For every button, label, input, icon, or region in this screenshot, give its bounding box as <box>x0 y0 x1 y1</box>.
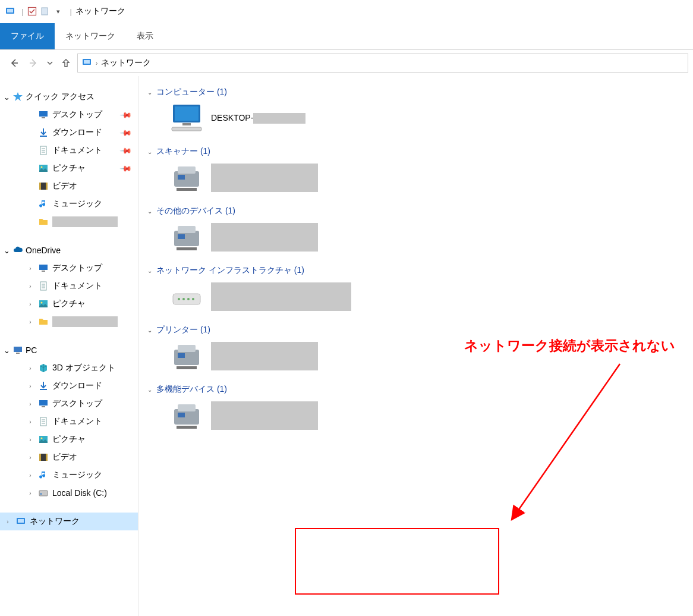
svg-rect-5 <box>84 60 90 64</box>
nav-back-button[interactable] <box>5 54 23 72</box>
ribbon-view-tab[interactable]: 表示 <box>126 23 164 49</box>
group-header-computer[interactable]: ⌄ コンピューター (1) <box>146 87 693 98</box>
tree-item-folder[interactable] <box>0 213 138 231</box>
tree-item-document[interactable]: ›ドキュメント <box>0 277 138 295</box>
redacted-text <box>211 164 318 192</box>
tree-item-music[interactable]: ›ミュージック <box>0 466 138 484</box>
chevron-right-icon[interactable]: › <box>26 472 34 479</box>
tree-item-download[interactable]: ダウンロード📌 <box>0 124 138 142</box>
chevron-down-icon[interactable]: ⌄ <box>146 268 154 274</box>
tree-item-desktop[interactable]: ›デスクトップ <box>0 395 138 413</box>
titlebar: | ▾ | ネットワーク <box>0 0 693 23</box>
navigation-tree[interactable]: ⌄ クイック アクセス デスクトップ📌ダウンロード📌ドキュメント📌ピクチャ📌ビデ… <box>0 76 138 616</box>
chevron-right-icon[interactable]: › <box>26 401 34 407</box>
tree-item-video[interactable]: ビデオ <box>0 177 138 195</box>
tree-item-pictures[interactable]: ›ピクチャ <box>0 295 138 313</box>
chevron-down-icon[interactable]: ⌄ <box>146 89 154 96</box>
nav-forward-button[interactable] <box>25 54 43 72</box>
chevron-right-icon[interactable]: › <box>26 319 34 325</box>
content-pane[interactable]: ⌄ コンピューター (1) DESKTOP- ⌄ スキャナー (1) <box>138 76 693 616</box>
svg-rect-40 <box>46 454 48 461</box>
svg-rect-29 <box>40 389 47 390</box>
network-item-infra[interactable] <box>146 279 693 325</box>
svg-rect-17 <box>39 183 41 190</box>
tree-item-folder[interactable]: › <box>0 313 138 331</box>
chevron-right-icon[interactable]: › <box>26 265 34 272</box>
tree-item-label: デスクトップ <box>52 263 102 274</box>
svg-rect-64 <box>178 353 185 358</box>
printer-device-icon <box>169 401 204 430</box>
network-item-scanner[interactable] <box>146 161 693 206</box>
address-bar[interactable]: › ネットワーク <box>77 54 688 73</box>
chevron-down-icon[interactable]: ⌄ <box>146 208 154 215</box>
group-header-multifunc[interactable]: ⌄ 多機能デバイス (1) <box>146 384 693 395</box>
tree-item-video[interactable]: ›ビデオ <box>0 448 138 466</box>
tree-onedrive[interactable]: ⌄ OneDrive <box>0 241 138 259</box>
chevron-down-icon[interactable]: ⌄ <box>146 327 154 334</box>
nav-recent-dropdown[interactable] <box>45 54 55 72</box>
breadcrumb-arrow-icon[interactable]: › <box>96 60 97 67</box>
tree-quick-access[interactable]: ⌄ クイック アクセス <box>0 88 138 106</box>
tree-item-document[interactable]: ›ドキュメント <box>0 413 138 430</box>
chevron-down-icon[interactable]: ⌄ <box>146 386 154 393</box>
group-header-infra[interactable]: ⌄ ネットワーク インフラストラクチャ (1) <box>146 265 693 276</box>
chevron-right-icon[interactable]: › <box>26 419 34 425</box>
tree-pc[interactable]: ⌄ PC <box>0 341 138 359</box>
tree-network[interactable]: › ネットワーク <box>0 513 138 530</box>
svg-rect-18 <box>46 183 48 190</box>
network-item-other[interactable] <box>146 220 693 265</box>
qat-newfolder-icon[interactable] <box>40 6 51 17</box>
computer-monitor-icon <box>169 103 204 133</box>
tree-item-music[interactable]: ミュージック <box>0 195 138 213</box>
qat-dropdown-icon[interactable]: ▾ <box>53 6 64 17</box>
chevron-right-icon[interactable]: › <box>26 454 34 461</box>
desktop-icon <box>38 398 49 409</box>
chevron-down-icon[interactable]: ⌄ <box>4 93 10 102</box>
tree-item-label: ビデオ <box>52 452 77 463</box>
svg-rect-42 <box>40 494 42 495</box>
group-label: その他のデバイス (1) <box>156 206 235 216</box>
tree-item-label: ピクチャ <box>52 434 86 445</box>
qat-properties-icon[interactable] <box>27 6 37 17</box>
group-label: ネットワーク インフラストラクチャ (1) <box>156 265 304 276</box>
chevron-right-icon[interactable]: › <box>26 365 34 372</box>
svg-rect-28 <box>16 353 20 354</box>
tree-item-3d[interactable]: ›3D オブジェクト <box>0 359 138 377</box>
chevron-down-icon[interactable]: ⌄ <box>146 149 154 155</box>
ribbon-network-tab[interactable]: ネットワーク <box>55 23 126 49</box>
tree-item-document[interactable]: ドキュメント📌 <box>0 142 138 159</box>
tree-item-desktop[interactable]: デスクトップ📌 <box>0 106 138 124</box>
tree-item-desktop[interactable]: ›デスクトップ <box>0 259 138 277</box>
tree-item-label: ピクチャ <box>52 298 86 309</box>
pictures-icon <box>38 163 49 174</box>
network-item-computer[interactable]: DESKTOP- <box>146 101 693 146</box>
tree-item-label: デスクトップ <box>52 109 102 120</box>
item-label: DESKTOP- <box>211 113 305 124</box>
folder-icon <box>38 316 49 327</box>
chevron-right-icon[interactable]: › <box>26 490 34 496</box>
tree-item-disk[interactable]: ›Local Disk (C:) <box>0 484 138 502</box>
group-header-scanner[interactable]: ⌄ スキャナー (1) <box>146 146 693 157</box>
svg-rect-19 <box>39 265 48 270</box>
group-header-printer[interactable]: ⌄ プリンター (1) <box>146 325 693 335</box>
ribbon-file-tab[interactable]: ファイル <box>0 23 55 49</box>
breadcrumb-network[interactable]: ネットワーク <box>101 58 151 68</box>
svg-rect-57 <box>173 294 200 304</box>
chevron-right-icon[interactable]: › <box>4 518 12 525</box>
nav-up-button[interactable] <box>57 54 75 72</box>
svg-rect-56 <box>177 247 197 250</box>
tree-item-pictures[interactable]: ›ピクチャ <box>0 430 138 448</box>
svg-rect-50 <box>178 166 196 174</box>
chevron-down-icon[interactable]: ⌄ <box>4 246 10 255</box>
group-header-other[interactable]: ⌄ その他のデバイス (1) <box>146 206 693 216</box>
network-item-multifunc[interactable] <box>146 398 693 444</box>
chevron-down-icon[interactable]: ⌄ <box>4 346 10 355</box>
svg-point-26 <box>41 302 43 304</box>
tree-item-label: ミュージック <box>52 199 102 209</box>
chevron-right-icon[interactable]: › <box>26 383 34 389</box>
tree-item-pictures[interactable]: ピクチャ📌 <box>0 159 138 177</box>
chevron-right-icon[interactable]: › <box>26 301 34 307</box>
chevron-right-icon[interactable]: › <box>26 283 34 290</box>
chevron-right-icon[interactable]: › <box>26 436 34 443</box>
tree-item-download[interactable]: ›ダウンロード <box>0 377 138 395</box>
